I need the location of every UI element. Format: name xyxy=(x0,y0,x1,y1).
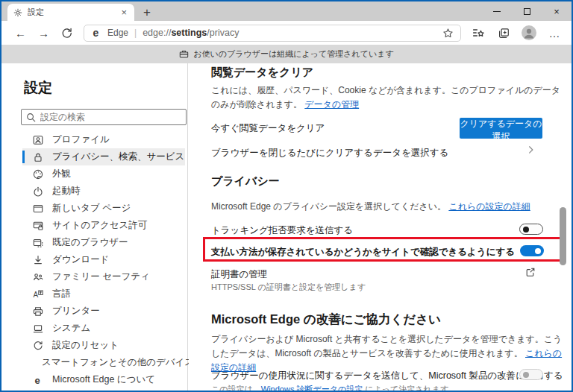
improve-description: プライバシーおよび Microsoft と共有することを選択したデータを管理でき… xyxy=(211,332,565,375)
new-tab-page-icon xyxy=(33,203,43,214)
search-input[interactable] xyxy=(40,112,181,122)
clear-data-heading: 閲覧データをクリア xyxy=(211,66,313,80)
usage-data-note: この設定は、Windows 診断データの設定 によって決定されます xyxy=(211,384,448,391)
choose-what-to-clear-button[interactable]: クリアするデータの選択 xyxy=(460,118,542,139)
do-not-track-label: トラッキング拒否要求を送信する xyxy=(211,224,353,237)
system-icon xyxy=(33,323,43,334)
tab-close-icon[interactable]: × xyxy=(119,7,128,17)
clear-now-label: 今すぐ閲覧データをクリア xyxy=(211,122,325,135)
language-icon xyxy=(33,289,43,300)
sidebar-item-downloads[interactable]: ダウンロード xyxy=(22,251,185,268)
browser-tab[interactable]: 設定 × xyxy=(7,4,134,21)
sidebar-item-new-tab-page[interactable]: 新しいタブ ページ xyxy=(22,200,185,217)
settings-content: 閲覧データをクリア これには、履歴、パスワード、Cookie などが含まれます。… xyxy=(189,63,572,391)
sidebar-item-family-safety[interactable]: ファミリー セーフティ xyxy=(22,268,185,285)
sidebar: 設定 プロファイル プライバシー、検索、サービス 外観 起動時 新しいタブ ペー… xyxy=(1,63,188,391)
usage-data-label: ブラウザーの使用状況に関するデータを送信して、Microsoft 製品の改善に協… xyxy=(211,370,563,382)
privacy-heading: プライバシー xyxy=(211,174,280,189)
do-not-track-toggle[interactable] xyxy=(519,224,543,235)
url-text: edge://settings/privacy xyxy=(143,28,239,38)
sidebar-item-appearance[interactable]: 外観 xyxy=(22,165,185,183)
search-box[interactable] xyxy=(21,109,187,125)
sidebar-item-system[interactable]: システム xyxy=(22,320,185,337)
sidebar-item-startup[interactable]: 起動時 xyxy=(22,183,185,200)
edge-logo-icon xyxy=(91,28,102,39)
toolbar: ← → Edge | edge://settings/privacy … xyxy=(1,21,572,45)
sidebar-item-default-browser[interactable]: 既定のブラウザー xyxy=(22,234,185,251)
site-permissions-icon xyxy=(33,221,43,231)
minimize-button[interactable] xyxy=(482,1,512,21)
address-separator: | xyxy=(134,28,137,38)
clear-on-close-label: ブラウザーを閉じるたびにクリアするデータを選択する xyxy=(211,147,448,159)
more-menu-icon[interactable]: … xyxy=(542,27,567,39)
sidebar-item-profile[interactable]: プロファイル xyxy=(22,131,185,148)
profile-icon xyxy=(33,135,43,145)
chevron-right-icon[interactable] xyxy=(526,145,536,154)
printer-icon xyxy=(33,306,43,317)
collections-icon[interactable] xyxy=(491,28,516,39)
sidebar-item-privacy[interactable]: プライバシー、検索、サービス xyxy=(22,148,185,165)
back-button[interactable]: ← xyxy=(9,27,32,39)
manage-data-link[interactable]: データの管理 xyxy=(304,99,359,110)
sidebar-item-phone-devices[interactable]: スマートフォンとその他のデバイス xyxy=(22,354,185,371)
minimize-icon xyxy=(493,11,501,12)
improve-edge-heading: Microsoft Edge の改善にご協力ください xyxy=(211,312,441,328)
sidebar-item-printers[interactable]: プリンター xyxy=(22,303,185,320)
sidebar-item-reset-settings[interactable]: 設定のリセット xyxy=(22,337,185,354)
favorites-bar-icon[interactable] xyxy=(466,27,491,39)
address-bar[interactable]: Edge | edge://settings/privacy xyxy=(84,25,461,42)
browser-window: 設定 × + × ← → Edge | edge://settings/priv… xyxy=(0,0,573,392)
reset-icon xyxy=(33,341,43,351)
new-tab-button[interactable]: + xyxy=(143,6,151,19)
appearance-icon xyxy=(33,169,43,180)
site-label: Edge xyxy=(107,28,128,38)
edge-logo-icon xyxy=(33,375,43,385)
managed-banner: お使いのブラウザーは組織によって管理されています xyxy=(1,45,572,63)
refresh-icon xyxy=(61,28,72,39)
download-icon xyxy=(33,255,43,265)
favorite-star-icon[interactable] xyxy=(442,28,454,39)
certificates-sublabel: HTTPS/SSL の証明書と設定を管理します xyxy=(211,282,366,293)
managed-banner-text: お使いのブラウザーは組織によって管理されています xyxy=(193,48,394,60)
diagnostic-data-link[interactable]: Windows 診断データの設定 xyxy=(261,385,363,391)
forward-button[interactable]: → xyxy=(32,27,55,39)
sidebar-nav: プロファイル プライバシー、検索、サービス 外観 起動時 新しいタブ ページ サ… xyxy=(22,131,185,388)
family-icon xyxy=(33,272,43,282)
refresh-button[interactable] xyxy=(55,28,78,39)
search-icon xyxy=(26,113,36,122)
sidebar-item-languages[interactable]: 言語 xyxy=(22,285,185,303)
window-controls: × xyxy=(482,1,572,21)
maximize-button[interactable] xyxy=(512,1,542,21)
lock-icon xyxy=(33,152,43,162)
sidebar-item-site-permissions[interactable]: サイトのアクセス許可 xyxy=(22,217,185,234)
payment-methods-label: 支払い方法が保存されているかどうかをサイトで確認できるようにする xyxy=(211,246,515,259)
settings-heading: 設定 xyxy=(24,78,187,98)
payment-methods-toggle[interactable] xyxy=(520,245,544,256)
title-bar: 設定 × + × xyxy=(1,1,572,21)
power-icon xyxy=(33,186,43,197)
manage-certificates-label[interactable]: 証明書の管理 xyxy=(211,268,267,281)
default-browser-icon xyxy=(33,238,43,248)
clear-data-description: これには、履歴、パスワード、Cookie などが含まれます。このプロファイルのデ… xyxy=(211,83,564,112)
briefcase-icon xyxy=(179,49,189,59)
maximize-icon xyxy=(524,8,530,15)
profile-avatar[interactable] xyxy=(516,25,542,40)
privacy-settings-link[interactable]: これらの設定の詳細 xyxy=(448,201,530,212)
privacy-description: Microsoft Edge のプライバシー設定を選択してください。 これらの設… xyxy=(211,200,564,214)
external-link-icon[interactable] xyxy=(525,267,536,277)
close-button[interactable]: × xyxy=(542,1,572,21)
sidebar-item-about-edge[interactable]: Microsoft Edge について xyxy=(22,371,185,388)
scrollbar-thumb[interactable] xyxy=(560,207,566,265)
tab-title: 設定 xyxy=(28,7,119,18)
usage-data-toggle xyxy=(519,369,543,380)
gear-icon xyxy=(13,8,22,17)
